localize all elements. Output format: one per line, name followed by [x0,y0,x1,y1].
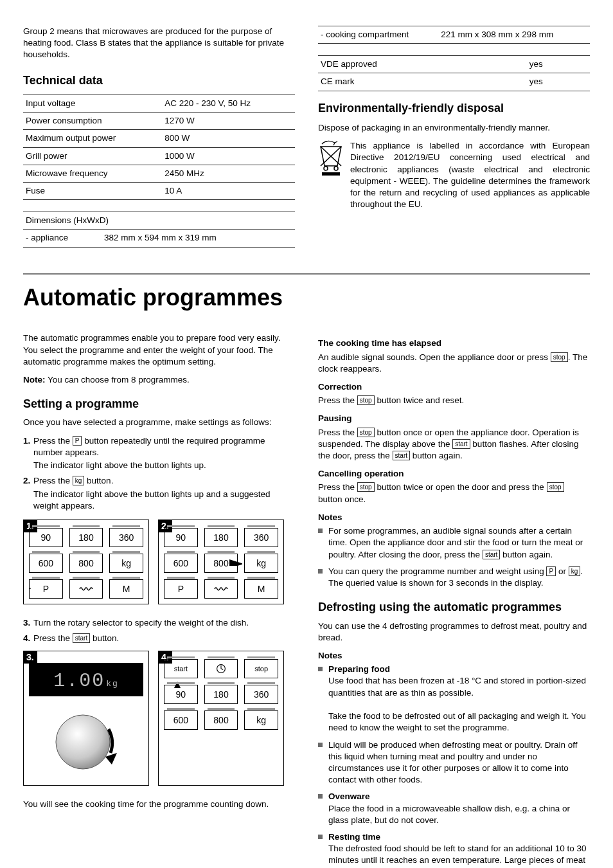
btn-600: 600 [29,554,63,573]
defrost-intro: You can use the 4 defrosting programmes … [318,620,590,644]
svg-point-3 [334,167,338,170]
countdown-text: You will see the cooking time for the pr… [23,799,295,810]
btn-stop: stop [244,659,278,678]
step-1: 1. Press the P button repeatedly until t… [23,435,295,472]
btn-90: 90 [29,528,63,547]
bottom-left-col: The automatic programmes enable you to p… [23,332,295,868]
btn-start: start [164,659,198,678]
btn-180: 180 [204,528,238,547]
table-row: Maximum output power800 W [23,130,295,147]
stop-button-inline: stop [357,428,375,437]
spec-table: Input voltageAC 220 - 230 V, 50 Hz Power… [23,95,295,200]
ovenware-heading: Ovenware [328,791,370,801]
bottom-right-col: The cooking time has elapsed An audible … [318,332,590,868]
steps-list: 1. Press the P button repeatedly until t… [23,435,295,512]
weee-text: This appliance is labelled in accordance… [350,140,590,210]
btn-800: 800 [69,554,103,573]
kg-button-inline: kg [73,476,85,485]
list-item: Preparing food Use food that has been fr… [318,664,590,734]
rotary-knob [48,707,125,777]
weee-block: This appliance is labelled in accordance… [318,140,590,210]
steps-list-2: 3. Turn the rotary selector to specify t… [23,617,295,644]
stop-button-inline: stop [357,482,375,492]
svg-marker-5 [26,588,35,589]
table-row: Power consumption1270 W [23,113,295,130]
start-button-inline: start [393,451,410,460]
btn-180: 180 [204,685,238,704]
step-4: 4. Press the start button. [23,633,295,644]
section-divider [23,273,590,275]
table-row: Fuse10 A [23,183,295,200]
p-button-inline: P [546,566,556,576]
approvals-table: VDE approvedyes CE markyes [318,55,590,91]
list-item: Ovenware Place the food in a microwaveab… [318,791,590,826]
setting-intro: Once you have selected a programme, make… [23,417,295,428]
table-row: - appliance382 mm x 594 mm x 319 mm [23,230,295,247]
btn-800: 800 [204,554,238,573]
btn-360: 360 [244,685,278,704]
note-text: You can choose from 8 programmes. [46,375,190,384]
table-row: Microwave frequency2450 MHz [23,165,295,182]
table-row: Input voltageAC 220 - 230 V, 50 Hz [23,95,295,112]
panel-row-34: 3. 1.00kg [23,651,295,786]
notes-list: For some programmes, an audible signal s… [318,525,590,589]
technical-data-heading: Technical data [23,73,295,88]
btn-600: 600 [164,554,198,573]
table-row: - cooking compartment221 mm x 308 mm x 2… [318,26,590,44]
top-columns: Group 2 means that microwaves are produc… [23,26,590,248]
correction-heading: Correction [318,381,590,393]
lcd-display: 1.00kg [29,663,143,696]
elapsed-heading: The cooking time has elapsed [318,338,590,349]
p-button-inline: P [73,436,82,446]
auto-intro: The automatic programmes enable you to p… [23,332,295,368]
panel-1: 1. 90 180 360 600 800 kg P [23,520,149,604]
start-button-inline: start [452,439,470,449]
start-button-inline: start [483,550,500,559]
btn-m: M [109,579,143,599]
correction-para: Press the stop button twice and reset. [318,395,590,406]
dims-table: Dimensions (HxWxD) - appliance382 mm x 5… [23,212,295,247]
list-item: For some programmes, an audible signal s… [318,525,590,561]
cancel-heading: Cancelling operation [318,468,590,480]
dims-table-2: - cooking compartment221 mm x 308 mm x 2… [318,26,590,44]
btn-360: 360 [109,528,143,547]
panel-number: 3. [24,651,37,664]
step-2: 2. Press the kg button. The indicator li… [23,475,295,512]
table-row: VDE approvedyes [318,56,590,73]
list-item: Liquid will be produced when defrosting … [318,739,590,786]
panel-2: 2. 90 180 360 600 800 kg P [158,520,284,604]
btn-kg: kg [244,554,278,573]
svg-marker-9 [105,753,117,764]
btn-800: 800 [204,710,238,730]
notes-heading: Notes [318,512,590,523]
setting-heading: Setting a programme [23,396,295,411]
stop-button-inline: stop [551,352,568,362]
btn-clock [204,659,238,678]
pausing-para: Press the stop button once or open the a… [318,427,590,462]
defrost-heading: Defrosting using the automatic programme… [318,599,590,615]
svg-line-13 [221,669,223,670]
btn-kg: kg [244,710,278,730]
svg-point-8 [56,715,110,769]
btn-180: 180 [69,528,103,547]
pausing-heading: Pausing [318,413,590,424]
group2-intro: Group 2 means that microwaves are produc… [23,26,295,61]
grill-icon [79,584,93,594]
cancel-para: Press the stop button twice or open the … [318,482,590,505]
elapsed-para: An audible signal sounds. Open the appli… [318,352,590,375]
btn-grill [204,579,238,599]
main-heading: Automatic programmes [23,282,590,314]
table-row: Grill power1000 W [23,147,295,165]
auto-note: Note: You can choose from 8 programmes. [23,374,295,386]
svg-rect-4 [322,172,340,176]
stop-button-inline: stop [357,395,375,405]
panel-row-12: 1. 90 180 360 600 800 kg P [23,520,295,604]
btn-90: 90 [164,685,198,704]
list-item: You can query the programme number and w… [318,566,590,589]
prep-heading: Preparing food [328,664,390,674]
table-row: Dimensions (HxWxD) [23,212,295,230]
grill-icon [214,584,228,594]
top-right-col: - cooking compartment221 mm x 308 mm x 2… [318,26,590,248]
btn-kg: kg [109,554,143,573]
defrost-notes-list: Preparing food Use food that has been fr… [318,664,590,868]
